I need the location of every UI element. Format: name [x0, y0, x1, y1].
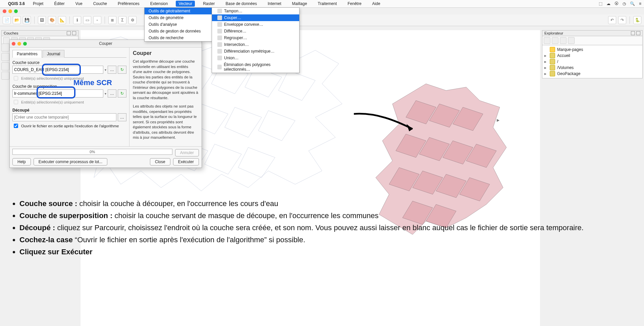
submenu-couper[interactable]: Couper… — [212, 14, 299, 21]
explorer-tree[interactable]: Marque-pages ▸Accueil ▸/ ▸/Volumes ▸GeoP… — [542, 45, 643, 78]
style-button[interactable]: 🎨 — [48, 16, 56, 24]
db-source-button[interactable] — [1, 62, 9, 70]
raster-source-button[interactable] — [1, 53, 9, 61]
menu-geometrie[interactable]: Outils de géométrie▶ — [145, 14, 212, 21]
tab-journal[interactable]: Journal — [43, 50, 64, 58]
properties-button[interactable] — [568, 37, 575, 44]
submenu-elimination[interactable]: Élimination des polygones sélectionnés… — [212, 61, 299, 73]
menu-projet[interactable]: Projet — [30, 1, 46, 7]
tree-row-volumes[interactable]: ▸/Volumes — [544, 65, 640, 71]
menu-internet[interactable]: Internet — [265, 1, 284, 7]
menu-recherche-label: Outils de recherche — [149, 36, 183, 40]
submenu-difference[interactable]: Différence… — [212, 28, 299, 35]
instruction-2-text: choisir la couche servant de masque de d… — [115, 211, 379, 220]
wms-source-button[interactable] — [1, 72, 9, 80]
panel-close-icon[interactable] — [72, 31, 76, 35]
menu-geotraitement[interactable]: Outils de géotraitement▶ — [145, 8, 212, 14]
run-button[interactable]: Exécuter — [173, 158, 199, 166]
tree-label: Accueil — [557, 53, 570, 58]
run-batch-button[interactable]: Exécuter comme processus de lot... — [34, 158, 108, 166]
undo-button[interactable]: ↶ — [608, 16, 616, 24]
browse-overlay-button[interactable]: … — [108, 89, 116, 97]
tree-row-root[interactable]: ▸/ — [544, 59, 640, 65]
collapse-all-button[interactable] — [560, 37, 567, 44]
browse-output-button[interactable]: … — [118, 113, 126, 121]
deselect-button[interactable]: ▫ — [93, 16, 101, 24]
save-project-button[interactable]: 💾 — [23, 16, 31, 24]
menu-extra-icon[interactable]: ≡ — [639, 1, 641, 6]
submenu-difference-label: Différence… — [224, 29, 246, 34]
menu-aide[interactable]: Aide — [370, 1, 383, 7]
menu-extension[interactable]: Extension — [148, 1, 171, 7]
identify-button[interactable]: ℹ — [73, 16, 81, 24]
dropdown-icon[interactable]: ▾ — [105, 68, 106, 72]
menu-traitement[interactable]: Traitement — [315, 1, 339, 7]
input-output[interactable] — [12, 113, 116, 121]
close-button[interactable]: Close — [150, 158, 170, 166]
attributes-button[interactable]: ≣ — [108, 16, 116, 24]
checkbox-open-after[interactable]: Ouvrir le fichier en sortie après l'exéc… — [12, 123, 126, 129]
menu-raster[interactable]: Raster — [200, 1, 217, 7]
tab-parametres[interactable]: Paramètres — [12, 50, 42, 58]
vector-source-button[interactable] — [1, 44, 9, 52]
submenu-union[interactable]: Union… — [212, 55, 299, 61]
menu-analyse[interactable]: Outils d'analyse▶ — [145, 21, 212, 28]
checkbox-open-after-input[interactable] — [14, 124, 18, 128]
help-paragraph-2: Les attributs des objets ne sont pas mod… — [133, 104, 198, 140]
close-icon[interactable] — [3, 9, 6, 13]
filter-button[interactable] — [552, 37, 558, 44]
input-couche-source[interactable] — [12, 66, 103, 74]
input-couche-superposition[interactable] — [12, 89, 103, 97]
submenu-symdiff[interactable]: Différenciation symétrique… — [212, 48, 299, 55]
label-couche-source: Couche source — [12, 60, 126, 65]
checkbox-overlay-selected-only[interactable]: Entité(s) sélectionnée(s) uniquement — [12, 99, 126, 105]
mac-menu-bar: QGIS 3.6 Projet Éditer Vue Couche Préfér… — [0, 0, 644, 8]
menu-recherche[interactable]: Outils de recherche▶ — [145, 35, 212, 41]
new-project-button[interactable]: 📄 — [3, 16, 11, 24]
menu-preferences[interactable]: Préférences — [115, 1, 142, 7]
select-button[interactable]: ▭ — [83, 16, 91, 24]
tree-row-geopackage[interactable]: ▸GeoPackage — [544, 71, 640, 77]
menu-couche[interactable]: Couche — [91, 1, 110, 7]
menu-gestion-donnees[interactable]: Outils de gestion de données▶ — [145, 28, 212, 35]
layers-panel-title: Couches — [4, 31, 18, 35]
measure-button[interactable]: 📐 — [58, 16, 66, 24]
menu-vecteur[interactable]: Vecteur — [176, 1, 195, 7]
menu-editer[interactable]: Éditer — [51, 1, 67, 7]
submenu-intersection[interactable]: Intersection… — [212, 41, 299, 48]
browse-source-button[interactable]: … — [108, 66, 116, 74]
submenu-regrouper-label: Regrouper… — [224, 36, 247, 40]
menu-bdd[interactable]: Base de données — [223, 1, 259, 7]
refresh-button[interactable] — [544, 37, 550, 44]
menu-fenetre[interactable]: Fenêtre — [345, 1, 364, 7]
dropdown-icon[interactable]: ▾ — [105, 92, 106, 95]
panel-dock-icon[interactable] — [631, 31, 635, 35]
calc-button[interactable]: Σ — [118, 16, 126, 24]
iterate-overlay-button[interactable]: ↻ — [118, 89, 126, 97]
panel-dock-icon[interactable] — [67, 31, 71, 35]
minimize-icon[interactable] — [8, 9, 12, 13]
layout-button[interactable]: 🖼 — [38, 16, 46, 24]
tree-row-marque-pages[interactable]: Marque-pages — [544, 47, 640, 53]
search-icon[interactable]: 🔍 — [630, 1, 635, 6]
submenu-elimination-label: Élimination des polygones sélectionnés… — [224, 62, 294, 72]
geotraitement-submenu: Tampon… Couper… Enveloppe convexe… Diffé… — [212, 7, 300, 73]
menu-maillage[interactable]: Maillage — [289, 1, 310, 7]
open-project-button[interactable]: 📂 — [13, 16, 21, 24]
iterate-source-button[interactable]: ↻ — [118, 66, 126, 74]
redo-button[interactable]: ↷ — [618, 16, 626, 24]
submenu-tampon[interactable]: Tampon… — [212, 8, 299, 14]
menu-vue[interactable]: Vue — [73, 1, 85, 7]
clip-dialog: Couper Paramètres Journal Couche source … — [9, 40, 202, 168]
tree-row-accueil[interactable]: ▸Accueil — [544, 53, 640, 59]
submenu-regrouper[interactable]: Regrouper… — [212, 35, 299, 41]
explorer-panel-header: Explorateur — [542, 30, 643, 36]
python-console-button[interactable]: 🐍 — [633, 16, 641, 24]
maximize-icon[interactable] — [14, 9, 18, 13]
help-button[interactable]: Help — [12, 158, 31, 166]
submenu-convexe[interactable]: Enveloppe convexe… — [212, 21, 299, 28]
style-layer-button[interactable] — [3, 37, 10, 44]
panel-close-icon[interactable] — [636, 31, 640, 35]
checkbox-label: Entité(s) sélectionnée(s) uniquement — [21, 100, 84, 104]
processing-button[interactable]: ⚙ — [128, 16, 137, 24]
